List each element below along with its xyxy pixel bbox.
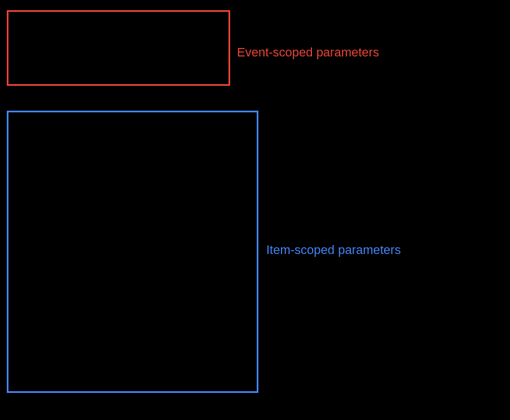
item-scoped-box: [7, 111, 258, 393]
item-scoped-label: Item-scoped parameters: [266, 243, 401, 257]
event-scoped-label: Event-scoped parameters: [237, 45, 379, 60]
event-scoped-box: [7, 10, 230, 86]
